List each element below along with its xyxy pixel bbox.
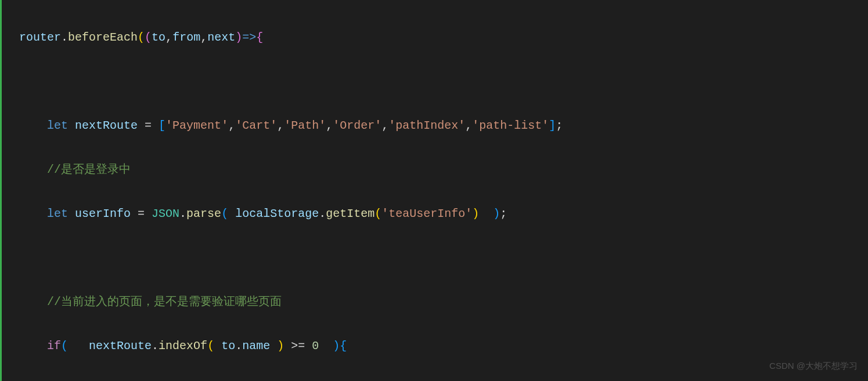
code-editor: router.beforeEach((to,from,next)=>{ let …: [0, 0, 868, 381]
watermark: CSDN @大炮不想学习: [769, 358, 858, 375]
code-line: //当前进入的页面，是不是需要验证哪些页面: [19, 291, 563, 313]
code-line: let nextRoute = ['Payment','Cart','Path'…: [19, 115, 563, 137]
comment: //当前进入的页面，是不是需要验证哪些页面: [47, 295, 282, 309]
code-line: [19, 71, 563, 93]
method: beforeEach: [68, 31, 138, 44]
code-line: //是否是登录中: [19, 159, 563, 181]
code-line: if( nextRoute.indexOf( to.name ) >= 0 ){: [19, 335, 563, 357]
code-line: router.beforeEach((to,from,next)=>{: [19, 27, 563, 49]
code-line: let userInfo = JSON.parse( localStorage.…: [19, 203, 563, 225]
code-line: [19, 247, 563, 269]
comment: //是否是登录中: [47, 163, 131, 176]
identifier: router: [19, 31, 61, 44]
code-content[interactable]: router.beforeEach((to,from,next)=>{ let …: [2, 0, 563, 381]
